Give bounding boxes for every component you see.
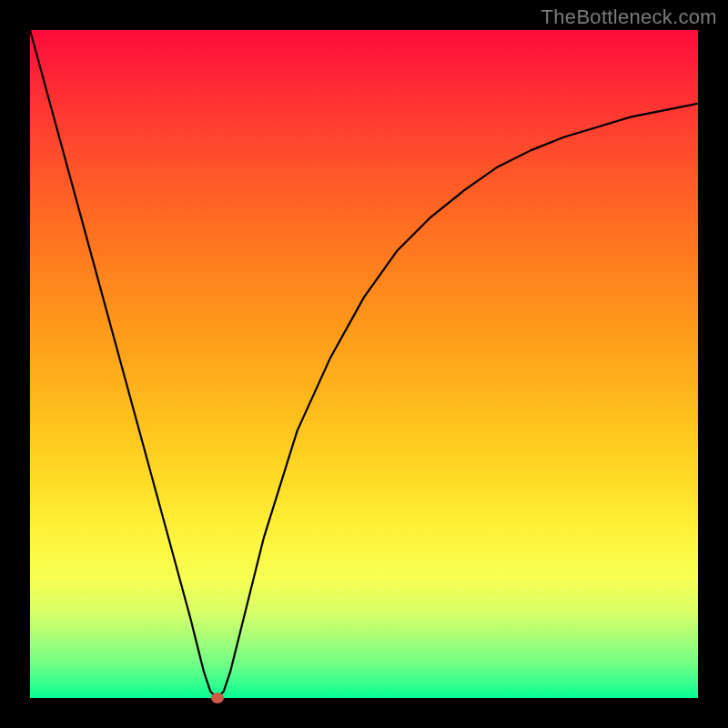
watermark-text: TheBottleneck.com	[541, 5, 717, 29]
plot-area	[30, 30, 698, 698]
chart-frame: TheBottleneck.com	[0, 0, 728, 728]
optimal-point-marker	[211, 693, 224, 703]
bottleneck-curve	[30, 30, 698, 698]
